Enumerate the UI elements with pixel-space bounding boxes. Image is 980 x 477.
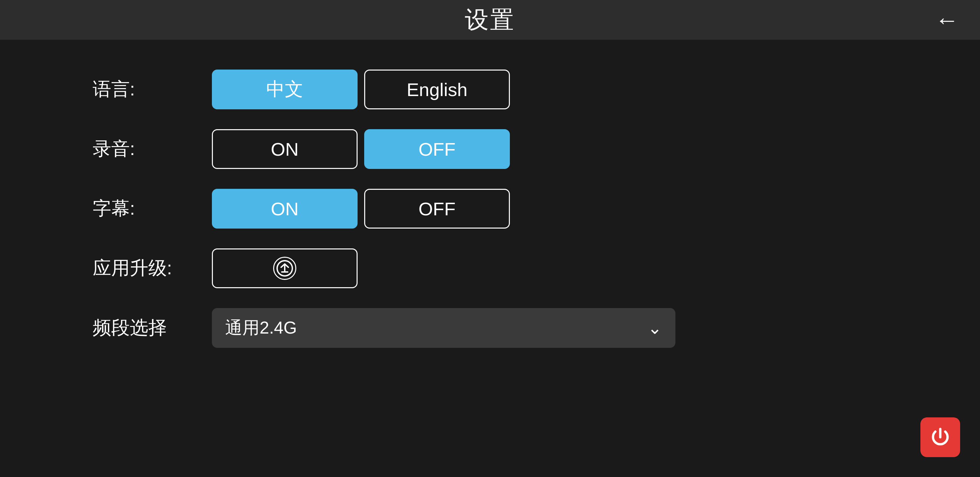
upgrade-button[interactable] — [212, 249, 358, 288]
recording-button-group: ON OFF — [212, 129, 510, 169]
upgrade-label: 应用升级: — [93, 256, 212, 281]
chevron-down-icon: ⌄ — [648, 318, 662, 338]
recording-row: 录音: ON OFF — [93, 119, 980, 179]
frequency-dropdown[interactable]: 通用2.4G ⌄ — [212, 308, 675, 348]
subtitle-on-button[interactable]: ON — [212, 189, 358, 228]
recording-label: 录音: — [93, 136, 212, 162]
recording-off-button[interactable]: OFF — [364, 129, 510, 169]
subtitle-button-group: ON OFF — [212, 189, 510, 228]
language-button-group: 中文 English — [212, 70, 510, 109]
frequency-label: 频段选择 — [93, 315, 212, 341]
recording-on-button[interactable]: ON — [212, 129, 358, 169]
frequency-row: 频段选择 通用2.4G ⌄ — [93, 298, 980, 358]
subtitle-label: 字幕: — [93, 196, 212, 221]
subtitle-row: 字幕: ON OFF — [93, 179, 980, 238]
upload-icon — [273, 257, 296, 280]
language-label: 语言: — [93, 77, 212, 102]
upgrade-row: 应用升级: — [93, 238, 980, 298]
language-english-button[interactable]: English — [364, 70, 510, 109]
back-button[interactable]: ← — [934, 6, 960, 33]
subtitle-off-button[interactable]: OFF — [364, 189, 510, 228]
settings-content: 语言: 中文 English 录音: ON OFF 字幕: ON OFF 应用升… — [0, 40, 980, 378]
language-chinese-button[interactable]: 中文 — [212, 70, 358, 109]
back-arrow-icon: ← — [935, 6, 959, 34]
frequency-selected-value: 通用2.4G — [225, 316, 297, 340]
power-icon — [929, 426, 952, 449]
page-title: 设置 — [465, 4, 515, 36]
language-row: 语言: 中文 English — [93, 60, 980, 119]
header: 设置 ← — [0, 0, 980, 40]
power-button[interactable] — [920, 417, 960, 457]
